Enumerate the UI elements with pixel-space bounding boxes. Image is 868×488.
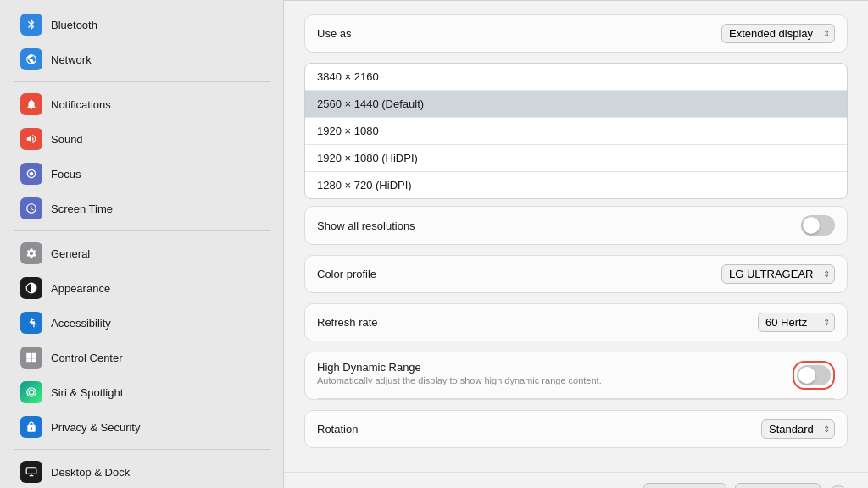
refresh-rate-select-wrapper[interactable]: 60 Hertz 120 Hertz (758, 313, 835, 332)
sidebar-item-notifications-label: Notifications (51, 98, 111, 111)
bluetooth-icon (20, 14, 42, 36)
resolution-item-2[interactable]: 1920 × 1080 (305, 118, 847, 145)
refresh-rate-row: Refresh rate 60 Hertz 120 Hertz (317, 304, 835, 341)
sidebar-item-accessibility-label: Accessibility (51, 317, 111, 330)
sidebar-item-screen-time[interactable]: Screen Time (7, 191, 276, 225)
network-icon (20, 48, 42, 70)
use-as-select[interactable]: Extended display Mirror display (721, 24, 835, 43)
show-all-section: Show all resolutions (304, 206, 848, 245)
help-button[interactable]: ? (829, 485, 848, 489)
hdr-row: High Dynamic Range Automatically adjust … (317, 352, 835, 399)
sidebar-item-network[interactable]: Network (7, 42, 276, 76)
sidebar-item-appearance[interactable]: Appearance (7, 271, 276, 305)
rotation-label: Rotation (317, 423, 358, 435)
hdr-toggle[interactable] (797, 365, 831, 385)
svg-rect-6 (26, 468, 36, 474)
use-as-row: Use as Extended display Mirror display (317, 15, 835, 52)
siri-spotlight-icon (20, 381, 42, 403)
hdr-section: High Dynamic Range Automatically adjust … (304, 352, 848, 400)
sidebar-item-general[interactable]: General (7, 236, 276, 270)
show-all-toggle[interactable] (801, 215, 835, 236)
content-area: Use as Extended display Mirror display 3… (284, 1, 868, 472)
use-as-section: Use as Extended display Mirror display (304, 14, 848, 53)
hdr-toggle-wrapper (793, 361, 835, 390)
advanced-button[interactable]: Advanced... (643, 483, 727, 488)
main-content: Use as Extended display Mirror display 3… (284, 0, 868, 488)
control-center-icon (20, 347, 42, 369)
rotation-row: Rotation Standard 90° 180° 270° (317, 411, 835, 447)
refresh-rate-label: Refresh rate (317, 316, 378, 329)
sidebar-item-bluetooth-label: Bluetooth (51, 19, 97, 31)
resolution-item-1[interactable]: 2560 × 1440 (Default) (305, 91, 847, 118)
focus-icon (20, 163, 42, 185)
notifications-icon (20, 93, 42, 115)
rotation-select[interactable]: Standard 90° 180° 270° (761, 419, 835, 439)
bottom-bar: Advanced... Night Shift... ? (284, 472, 868, 488)
sidebar-item-control-center[interactable]: Control Center (7, 341, 276, 374)
color-profile-section: Color profile LG ULTRAGEAR (304, 255, 848, 293)
show-all-label: Show all resolutions (317, 219, 415, 232)
sidebar-divider-1 (14, 81, 270, 82)
privacy-security-icon (20, 416, 42, 438)
sidebar-item-siri-spotlight-label: Siri & Spotlight (51, 386, 123, 399)
screen-time-icon (20, 197, 42, 219)
refresh-rate-select[interactable]: 60 Hertz 120 Hertz (758, 313, 835, 332)
color-profile-select-wrapper[interactable]: LG ULTRAGEAR (721, 264, 835, 284)
svg-rect-2 (26, 353, 31, 358)
sidebar-item-desktop-dock[interactable]: Desktop & Dock (7, 455, 276, 488)
desktop-dock-icon (20, 461, 42, 483)
rotation-select-wrapper[interactable]: Standard 90° 180° 270° (761, 419, 835, 439)
sidebar-item-sound[interactable]: Sound (7, 122, 276, 156)
sidebar-item-focus-label: Focus (51, 168, 81, 180)
sidebar: Bluetooth Network Notifications Sound Fo… (0, 0, 284, 488)
accessibility-icon (20, 312, 42, 334)
sidebar-item-privacy-security[interactable]: Privacy & Security (7, 410, 276, 444)
rotation-section: Rotation Standard 90° 180° 270° (304, 410, 848, 448)
color-profile-row: Color profile LG ULTRAGEAR (317, 256, 835, 292)
sidebar-divider-2 (14, 230, 270, 231)
appearance-icon (20, 277, 42, 299)
use-as-label: Use as (317, 27, 351, 40)
general-icon (20, 242, 42, 264)
sidebar-item-focus[interactable]: Focus (7, 157, 276, 191)
sidebar-item-siri-spotlight[interactable]: Siri & Spotlight (7, 375, 276, 409)
night-shift-button[interactable]: Night Shift... (735, 483, 821, 488)
resolution-item-3[interactable]: 1920 × 1080 (HiDPI) (305, 145, 847, 172)
hdr-title: High Dynamic Range (317, 361, 602, 374)
sound-icon (20, 128, 42, 150)
resolution-list: 3840 × 2160 2560 × 1440 (Default) 1920 ×… (304, 63, 848, 199)
sidebar-item-network-label: Network (51, 53, 92, 66)
svg-rect-4 (26, 358, 31, 362)
sidebar-item-appearance-label: Appearance (51, 282, 110, 295)
hdr-text: High Dynamic Range Automatically adjust … (317, 361, 602, 385)
resolution-item-0[interactable]: 3840 × 2160 (305, 64, 847, 91)
sidebar-item-accessibility[interactable]: Accessibility (7, 306, 276, 340)
color-profile-label: Color profile (317, 268, 376, 280)
hdr-subtitle: Automatically adjust the display to show… (317, 375, 602, 385)
refresh-rate-section: Refresh rate 60 Hertz 120 Hertz (304, 303, 848, 341)
svg-rect-5 (32, 358, 36, 362)
sidebar-item-sound-label: Sound (51, 133, 83, 146)
use-as-select-wrapper[interactable]: Extended display Mirror display (721, 24, 835, 43)
sidebar-item-desktop-dock-label: Desktop & Dock (51, 466, 130, 479)
sidebar-item-privacy-security-label: Privacy & Security (51, 421, 140, 434)
sidebar-item-screen-time-label: Screen Time (51, 202, 113, 215)
sidebar-item-general-label: General (51, 247, 90, 260)
svg-rect-3 (32, 353, 36, 358)
sidebar-item-bluetooth[interactable]: Bluetooth (7, 8, 276, 42)
color-profile-select[interactable]: LG ULTRAGEAR (721, 264, 835, 284)
resolution-item-4[interactable]: 1280 × 720 (HiDPI) (305, 172, 847, 198)
sidebar-item-notifications[interactable]: Notifications (7, 87, 276, 121)
sidebar-item-control-center-label: Control Center (51, 352, 123, 364)
sidebar-divider-3 (14, 449, 270, 450)
show-all-row: Show all resolutions (317, 207, 835, 244)
